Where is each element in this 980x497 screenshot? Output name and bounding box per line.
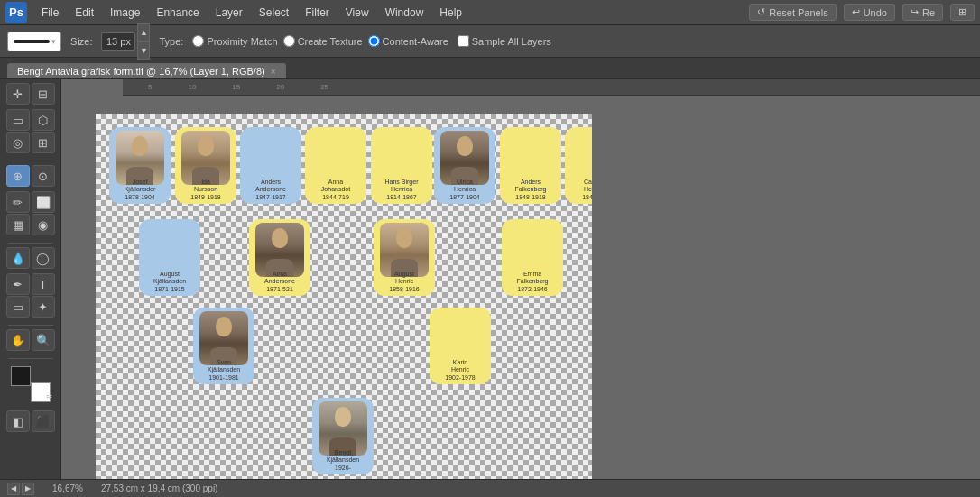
sample-all-layers-checkbox[interactable] (458, 35, 469, 47)
brush-dropdown-arrow: ▾ (51, 37, 56, 46)
toolbar-divider-4 (8, 358, 53, 359)
proximity-match-option[interactable]: Proximity Match (192, 35, 277, 47)
brush-tool[interactable]: ✏ (6, 191, 30, 213)
size-up-arrow[interactable]: ▲ (137, 23, 150, 41)
lasso-tool[interactable]: ⬡ (32, 109, 55, 131)
menu-right: ↺ Reset Panels ↩ Undo ↪ Re ⊞ (749, 4, 975, 21)
card-name-ulrica: UlricaHenrica1877-1904 (434, 179, 495, 201)
brush-stroke-display (14, 40, 50, 43)
person-card-ida[interactable]: IdaNursson1849-1918 (175, 127, 236, 204)
workspace-button[interactable]: ⊞ (950, 4, 975, 21)
shape-tool[interactable]: ▭ (6, 296, 30, 318)
grid-icon: ⊞ (958, 6, 966, 18)
person-card-bengt[interactable]: BengtKjällansden1926- (312, 398, 374, 474)
reset-panels-button[interactable]: ↺ Reset Panels (749, 4, 836, 21)
photo-ulrica (440, 131, 489, 185)
menu-layer[interactable]: Layer (208, 5, 250, 21)
card-name-caroline: CarolineHelande1845-116 (565, 179, 592, 201)
toolbar-divider-3 (8, 325, 53, 326)
create-texture-radio[interactable] (283, 35, 295, 47)
menu-image[interactable]: Image (103, 5, 147, 21)
menu-file[interactable]: File (34, 5, 66, 21)
retouch-tools: ⊕ ⊙ (4, 165, 58, 187)
create-texture-option[interactable]: Create Texture (283, 35, 363, 47)
card-name-ida: IdaNursson1849-1918 (175, 179, 236, 201)
menu-view[interactable]: View (338, 5, 376, 21)
heal-tool[interactable]: ⊕ (6, 165, 30, 187)
size-input[interactable] (101, 32, 135, 51)
quick-mask-off[interactable]: ◧ (6, 410, 30, 432)
heal-type-group: Proximity Match Create Texture Content-A… (192, 35, 448, 47)
move-tool[interactable]: ✛ (6, 83, 30, 105)
person-card-ulrica[interactable]: UlricaHenrica1877-1904 (434, 127, 495, 204)
quick-mask-controls: ◧ ⬛ (6, 410, 55, 432)
menu-edit[interactable]: Edit (68, 5, 101, 21)
menu-window[interactable]: Window (378, 5, 431, 21)
hand-tool[interactable]: ✋ (6, 329, 30, 351)
person-card-alma[interactable]: AlmaAndersone1871-521 (249, 219, 310, 296)
text-tool[interactable]: T (32, 273, 55, 295)
photo-august2 (380, 223, 429, 277)
person-card-august2[interactable]: AugustHenric1858-1916 (374, 219, 435, 296)
menu-help[interactable]: Help (432, 5, 469, 21)
blur-tool[interactable]: 💧 (6, 247, 30, 269)
person-card-caroline[interactable]: CarolineHelande1845-116 (565, 127, 592, 204)
person-card-karin[interactable]: KarinHenric1902-1978 (430, 308, 491, 384)
page-next-button[interactable]: ▶ (22, 483, 34, 495)
brush-preview[interactable]: ▾ (7, 32, 61, 51)
person-card-anders2[interactable]: AndersFalkenberg1848-1918 (500, 127, 561, 204)
menu-select[interactable]: Select (252, 5, 296, 21)
card-name-alma: AlmaAndersone1871-521 (249, 271, 310, 293)
status-nav: ◀ ▶ (7, 483, 34, 495)
zoom-tool[interactable]: 🔍 (32, 329, 55, 351)
person-card-emma[interactable]: EmmaFalkenberg1872-1946 (502, 219, 563, 296)
card-name-emma: EmmaFalkenberg1872-1946 (502, 271, 563, 293)
foreground-color-swatch[interactable] (11, 366, 31, 386)
menu-filter[interactable]: Filter (298, 5, 337, 21)
crop-tool[interactable]: ⊞ (32, 132, 55, 153)
clone-tool[interactable]: ⊙ (32, 165, 55, 187)
vector-tools: ✒ T ▭ ✦ (4, 273, 58, 318)
person-card-august1[interactable]: AugustKjällansden1871-1915 (139, 219, 200, 296)
person-card-anders1[interactable]: AndersAndersone1847-1917 (240, 127, 301, 204)
undo-button[interactable]: ↩ Undo (844, 4, 895, 21)
menu-bar: Ps File Edit Image Enhance Layer Select … (0, 0, 980, 25)
person-card-hansbirger[interactable]: Hans BirgerHenrica1814-1867 (371, 127, 432, 204)
artboard-tool[interactable]: ⊟ (32, 83, 55, 105)
card-name-anders1: AndersAndersone1847-1917 (240, 179, 301, 201)
marquee-tool[interactable]: ▭ (6, 109, 30, 131)
bucket-tool[interactable]: ◉ (32, 214, 55, 235)
eraser-tool[interactable]: ⬜ (32, 191, 55, 213)
content-aware-option[interactable]: Content-Aware (368, 35, 448, 47)
custom-shape-tool[interactable]: ✦ (32, 296, 55, 318)
person-card-sven[interactable]: SvenKjällansden1901-1981 (193, 308, 254, 384)
selection-tools: ✛ ⊟ (4, 83, 58, 105)
card-name-august2: AugustHenric1858-1916 (374, 271, 435, 293)
dodge-tool[interactable]: ◯ (32, 247, 55, 269)
quick-mask-on[interactable]: ⬛ (32, 410, 55, 432)
tab-bar: Bengt Antavla grafisk form.tif @ 16,7% (… (0, 58, 980, 79)
content-aware-radio[interactable] (368, 35, 380, 47)
proximity-match-radio[interactable] (192, 35, 204, 47)
tab-close-button[interactable]: × (271, 67, 276, 77)
pen-tool[interactable]: ✒ (6, 273, 30, 295)
size-down-arrow[interactable]: ▼ (137, 41, 150, 60)
paint-tools: ✏ ⬜ ▦ ◉ (4, 191, 58, 235)
photo-bengt (319, 401, 367, 456)
person-card-josef[interactable]: JosefKjällansder1878-1904 (109, 127, 171, 204)
type-label: Type: (159, 36, 183, 47)
menu-enhance[interactable]: Enhance (149, 5, 206, 21)
canvas-area[interactable]: 5 10 15 20 25 JosefKjällansder1878-1904 (61, 79, 980, 479)
document-tab[interactable]: Bengt Antavla grafisk form.tif @ 16,7% (… (7, 63, 286, 78)
photo-ida (181, 131, 230, 185)
quick-select-tool[interactable]: ◎ (6, 132, 30, 153)
sample-all-layers-option[interactable]: Sample All Layers (458, 35, 551, 47)
person-card-anna[interactable]: AnnaJohansdot1844-719 (305, 127, 366, 204)
page-prev-button[interactable]: ◀ (7, 483, 20, 495)
photo-josef (116, 131, 164, 185)
redo-button[interactable]: ↪ Re (902, 4, 943, 21)
swap-colors-icon[interactable]: ⇄ (46, 392, 52, 400)
select-tools: ▭ ⬡ ◎ ⊞ (4, 109, 58, 153)
zoom-level: 16,67% (52, 483, 83, 493)
gradient-tool[interactable]: ▦ (6, 214, 30, 235)
